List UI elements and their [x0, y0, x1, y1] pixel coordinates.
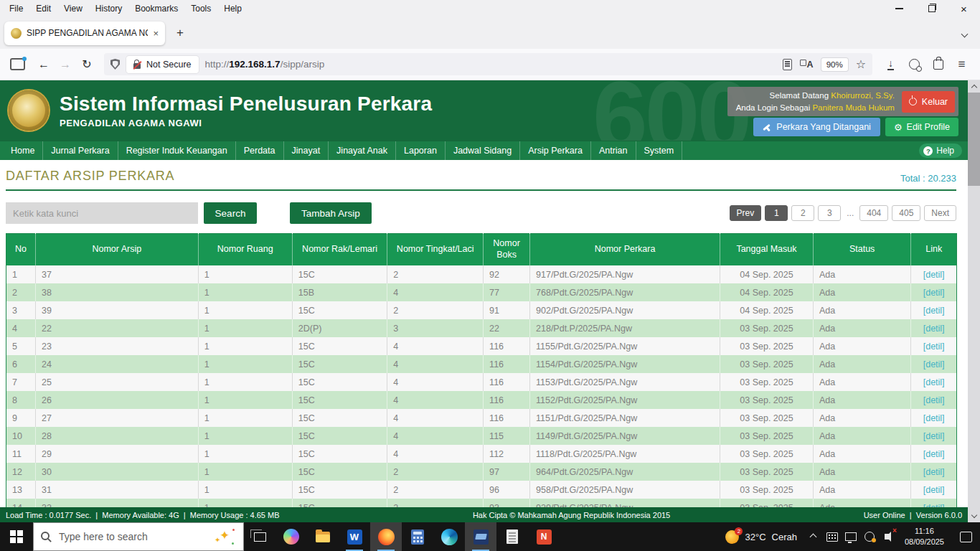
- detail-link[interactable]: [detil]: [911, 283, 957, 301]
- reload-button[interactable]: ↻: [77, 55, 97, 75]
- menu-bookmarks[interactable]: Bookmarks: [128, 0, 184, 17]
- nitro-pdf-button[interactable]: N: [528, 522, 560, 551]
- detail-link[interactable]: [detil]: [911, 337, 957, 355]
- firefox-view-icon[interactable]: [10, 58, 25, 70]
- perkara-yang-ditangani-button[interactable]: Perkara Yang Ditangani: [753, 118, 880, 136]
- help-button[interactable]: ? Help: [919, 143, 962, 158]
- back-button[interactable]: ←: [34, 55, 54, 75]
- restore-button[interactable]: [915, 0, 948, 17]
- nav-item-arsip-perkara[interactable]: Arsip Perkara: [520, 141, 591, 160]
- detail-link[interactable]: [detil]: [911, 301, 957, 319]
- detail-link[interactable]: [detil]: [911, 445, 957, 463]
- clock-date: 08/09/2025: [905, 537, 944, 547]
- document-app-button[interactable]: [496, 522, 528, 551]
- menu-history[interactable]: History: [89, 0, 128, 17]
- translate-icon[interactable]: A: [800, 60, 814, 70]
- extensions-icon[interactable]: [927, 54, 949, 75]
- search-button[interactable]: Search: [204, 202, 257, 224]
- weather-widget[interactable]: 2 32°C Cerah: [718, 522, 804, 551]
- nav-item-jinayat-anak[interactable]: Jinayat Anak: [329, 141, 396, 160]
- detail-link[interactable]: [detil]: [911, 463, 957, 481]
- nav-item-system[interactable]: System: [636, 141, 683, 160]
- nav-item-laporan[interactable]: Laporan: [396, 141, 446, 160]
- account-icon[interactable]: [903, 54, 925, 75]
- action-center-button[interactable]: [951, 522, 980, 551]
- detail-link[interactable]: [detil]: [911, 427, 957, 445]
- downloads-icon[interactable]: ↓: [880, 54, 902, 75]
- cell: 03 Sep. 2025: [720, 337, 814, 355]
- menu-edit[interactable]: Edit: [29, 0, 57, 17]
- list-tabs-chevron-icon[interactable]: [962, 27, 976, 39]
- forward-button[interactable]: →: [55, 55, 75, 75]
- start-button[interactable]: [0, 522, 33, 551]
- logout-button[interactable]: Keluar: [902, 91, 955, 113]
- detail-link[interactable]: [detil]: [911, 409, 957, 427]
- scan-app-button[interactable]: [465, 522, 496, 551]
- pagination-3[interactable]: 3: [818, 205, 841, 221]
- minimize-button[interactable]: [883, 0, 915, 17]
- detail-link[interactable]: [detil]: [911, 481, 957, 499]
- pagination-405[interactable]: 405: [892, 205, 920, 221]
- tray-expand-button[interactable]: [804, 522, 823, 551]
- browser-tab[interactable]: SIPP PENGADILAN AGAMA NG ×: [4, 22, 165, 45]
- menu-help[interactable]: Help: [217, 0, 248, 17]
- menu-tools[interactable]: Tools: [184, 0, 217, 17]
- task-view-button[interactable]: [244, 522, 275, 551]
- detail-link[interactable]: [detil]: [911, 373, 957, 391]
- scrollbar-thumb[interactable]: [968, 93, 980, 186]
- app-menu-icon[interactable]: ≡: [951, 54, 973, 75]
- sync-tray-icon[interactable]: [860, 522, 879, 551]
- detail-link[interactable]: [detil]: [911, 391, 957, 409]
- volume-muted-icon[interactable]: ×: [879, 522, 897, 551]
- reader-mode-icon[interactable]: [783, 59, 792, 70]
- cell: 15B: [292, 283, 387, 301]
- not-secure-chip[interactable]: Not Secure: [126, 56, 199, 73]
- menu-file[interactable]: File: [3, 0, 29, 17]
- url-bar[interactable]: Not Secure http://192.168.1.7/sipp/arsip…: [104, 53, 872, 75]
- detail-link[interactable]: [detil]: [911, 319, 957, 337]
- nav-item-home[interactable]: Home: [3, 141, 43, 160]
- bookmark-star-icon[interactable]: ☆: [856, 57, 866, 71]
- zoom-level[interactable]: 90%: [821, 58, 848, 71]
- scrollbar[interactable]: [968, 80, 980, 522]
- shield-icon[interactable]: [110, 59, 120, 70]
- touch-keyboard-icon[interactable]: [823, 522, 842, 551]
- pagination-next[interactable]: Next: [924, 205, 956, 221]
- nav-item-jinayat[interactable]: Jinayat: [284, 141, 329, 160]
- menu-view[interactable]: View: [57, 0, 89, 17]
- nav-item-jurnal-perkara[interactable]: Jurnal Perkara: [43, 141, 118, 160]
- edge-button[interactable]: [433, 522, 465, 551]
- file-explorer-button[interactable]: [307, 522, 339, 551]
- taskbar-search[interactable]: Type here to search ✦✦: [33, 522, 244, 551]
- table-row: 1230115C297964/Pdt.G/2025/PA.Ngw03 Sep. …: [6, 463, 957, 481]
- nav-item-antrian[interactable]: Antrian: [591, 141, 636, 160]
- tambah-arsip-button[interactable]: Tambah Arsip: [290, 202, 372, 224]
- detail-link[interactable]: [detil]: [911, 265, 957, 283]
- tab-close-icon[interactable]: ×: [153, 28, 159, 39]
- nav-item-perdata[interactable]: Perdata: [236, 141, 284, 160]
- copilot-icon: [283, 529, 299, 545]
- firefox-button[interactable]: [370, 522, 402, 551]
- calculator-button[interactable]: [402, 522, 433, 551]
- pagination-prev[interactable]: Prev: [730, 205, 762, 221]
- detail-link[interactable]: [detil]: [911, 499, 957, 507]
- search-input[interactable]: [6, 202, 198, 224]
- clock[interactable]: 11:16 08/09/2025: [897, 522, 951, 551]
- page-title: DAFTAR ARSIP PERKARA: [6, 169, 174, 184]
- scroll-up-icon[interactable]: [968, 82, 980, 93]
- edit-profile-button[interactable]: ⚙ Edit Profile: [885, 118, 958, 136]
- detail-link[interactable]: [detil]: [911, 355, 957, 373]
- pagination-1[interactable]: 1: [765, 205, 788, 221]
- nav-item-register-induk-keuangan[interactable]: Register Induk Keuangan: [118, 141, 236, 160]
- scroll-down-icon[interactable]: [968, 509, 980, 521]
- new-tab-button[interactable]: +: [169, 22, 191, 44]
- cell: 15C: [292, 499, 387, 507]
- word-button[interactable]: W: [339, 522, 370, 551]
- copilot-button[interactable]: [275, 522, 307, 551]
- pagination-2[interactable]: 2: [791, 205, 814, 221]
- site-title: Sistem Informasi Penelusuran Perkara: [60, 93, 432, 116]
- pagination-404[interactable]: 404: [859, 205, 888, 221]
- close-button[interactable]: ×: [948, 0, 980, 17]
- display-tray-icon[interactable]: [842, 522, 860, 551]
- nav-item-jadwal-sidang[interactable]: Jadwal Sidang: [446, 141, 520, 160]
